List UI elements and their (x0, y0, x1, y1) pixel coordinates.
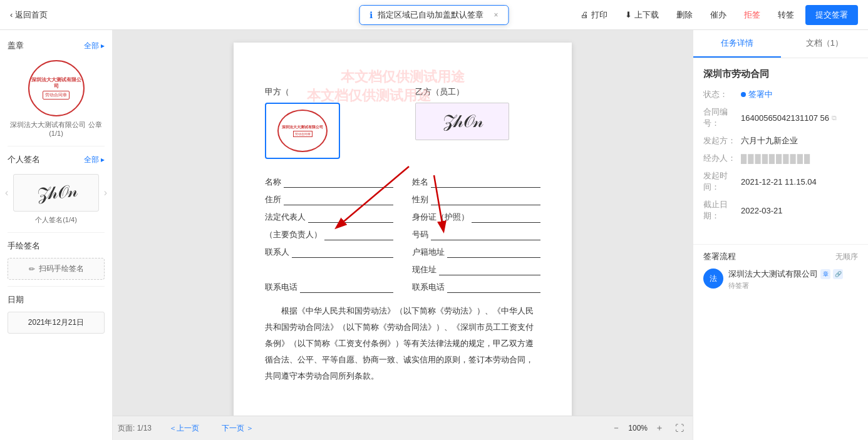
carousel-prev[interactable]: ‹ (3, 187, 11, 198)
field-contract-no: 合同编号： 16400565042131107 56 ⧉ (703, 106, 858, 129)
field-sender: 发起方： 六月十九新企业 (703, 135, 858, 146)
seal-inner-label: 劳动合同章 (293, 131, 313, 137)
print-icon: 🖨 (581, 10, 589, 19)
party-b-sig[interactable]: 𝒵𝒽𝒪𝓃 (415, 103, 509, 140)
sig-label: 个人签名(1/4) (0, 214, 112, 226)
field-row-7: 联系电话 联系电话 (265, 282, 540, 293)
back-button[interactable]: ‹ 返回首页 (10, 9, 48, 21)
personal-sig-section: ‹ 𝒵𝒽𝒪𝓃 › 个人签名(1/4) (0, 169, 112, 228)
download-icon: ⬇ (625, 10, 632, 19)
field-deadline: 截止日期： 2022-03-21 (703, 199, 858, 222)
tab-task[interactable]: 任务详情 (693, 30, 781, 58)
field-id-number: 号码 (412, 229, 540, 240)
delete-button[interactable]: 删除 (670, 6, 699, 24)
tab-doc[interactable]: 文档（1） (781, 30, 869, 58)
field-id: 身份证（护照） (412, 212, 540, 223)
sig-image[interactable]: 𝒵𝒽𝒪𝓃 (13, 174, 98, 212)
seal-text: 深圳法大大测试有限公司 (29, 77, 83, 90)
print-button[interactable]: 🖨 打印 (574, 6, 614, 24)
field-huji: 户籍地址 (412, 247, 540, 258)
scan-sign-button[interactable]: ✏ 扫码手绘签名 (8, 258, 105, 280)
field-row-1: 名称 姓名 (265, 177, 540, 188)
seal-inner: 深圳法大大测试有限公司 劳动合同章 (277, 110, 328, 152)
zoom-in-btn[interactable]: ＋ (651, 421, 668, 435)
seal-all-link[interactable]: 全部 ▸ (84, 41, 105, 51)
date-title: 日期 (8, 294, 24, 305)
seal-circle: 深圳法大大测试有限公司 劳动合同章 (28, 60, 85, 116)
seal-item[interactable]: 深圳法大大测试有限公司 劳动合同章 深圳法大大测试有限公司 公章(1/1) (0, 55, 112, 142)
doc-page: 本文档仅供测试用途 本文档仅供测试用途 甲方（ (234, 43, 572, 416)
carousel-next[interactable]: › (101, 187, 110, 198)
field-row-5: 联系人 户籍地址 (265, 247, 540, 258)
toolbar: ‹ 返回首页 ℹ 指定区域已自动加盖默认签章 × 🖨 打印 ⬇ 上下载 删除 催… (0, 0, 868, 30)
doc-scroll[interactable]: 本文档仅供测试用途 本文档仅供测试用途 甲方（ (113, 30, 693, 416)
back-label: 返回首页 (15, 9, 48, 21)
personal-sig-title: 个人签名 (8, 154, 40, 165)
field-row-3: 法定代表人 身份证（护照） (265, 212, 540, 223)
personal-sig-link[interactable]: 全部 ▸ (84, 155, 105, 165)
divider3 (8, 286, 105, 287)
right-panel: 任务详情 文档（1） 深圳市劳动合同 状态： 签署中 合同编号： 1640056… (693, 30, 868, 440)
seal-label: 劳动合同章 (43, 91, 70, 100)
doc-parties: 甲方（ 深圳法大大测试有限公司 劳动合同章 乙方（员工） 𝒵𝒽𝒪𝓃 (265, 86, 540, 164)
date-section: 2021年12月21日 (0, 309, 112, 340)
reject-button[interactable]: 拒签 (738, 6, 767, 24)
status-dot (741, 92, 746, 97)
fullscreen-btn[interactable]: ⛶ (671, 422, 688, 434)
party-b-scribble: 𝒵𝒽𝒪𝓃 (442, 111, 483, 132)
task-detail: 深圳市劳动合同 状态： 签署中 合同编号： 16400565042131107 … (693, 58, 868, 238)
doc-body: 根据《中华人民共和国劳动法》（以下简称《劳动法》）、《中华人民共和国劳动合同法》… (265, 303, 540, 384)
download-button[interactable]: ⬇ 上下载 (619, 6, 665, 24)
doc-footer: 页面: 1/13 ＜上一页 下一页 ＞ － 100% ＋ ⛶ (113, 416, 693, 440)
field-contact: 联系人 (265, 247, 393, 258)
sign-seal-icon[interactable]: 章 (820, 269, 830, 279)
sign-process-header: 签署流程 无顺序 (703, 251, 858, 262)
seal-section-title: 盖章 (8, 40, 24, 51)
sign-entry: 法 深圳法大大测试有限公司 章 🔗 待签署 (703, 269, 858, 290)
manager-value: ██████████ (741, 154, 811, 163)
sign-avatar: 法 (703, 269, 723, 289)
handwrite-title: 手绘签名 (8, 240, 40, 252)
next-page-btn[interactable]: 下一页 ＞ (217, 422, 259, 435)
contract-title: 深圳市劳动合同 (703, 68, 858, 80)
section-divider (693, 244, 868, 245)
copy-icon[interactable]: ⧉ (832, 114, 837, 122)
status-text: 签署中 (748, 89, 773, 100)
submit-button[interactable]: 提交签署 (805, 5, 858, 25)
field-manager: 经办人： ██████████ (703, 153, 858, 164)
divider1 (8, 146, 105, 146)
prev-page-btn[interactable]: ＜上一页 (164, 422, 204, 435)
sign-none: 无顺序 (835, 252, 858, 262)
party-b-label: 乙方（员工） (415, 86, 540, 98)
date-value[interactable]: 2021年12月21日 (8, 312, 105, 334)
deadline-value: 2022-03-21 (741, 199, 858, 222)
toast-banner: ℹ 指定区域已自动加盖默认签章 × (359, 5, 509, 25)
zoom-out-btn[interactable]: － (608, 421, 624, 435)
watermark1: 本文档仅供测试用途 (341, 68, 465, 86)
field-legal-rep: 法定代表人 (265, 212, 393, 223)
page-info: 页面: 1/13 (118, 423, 152, 434)
urge-button[interactable]: 催办 (704, 6, 733, 24)
party-b: 乙方（员工） 𝒵𝒽𝒪𝓃 (415, 86, 540, 164)
send-time-value: 2021-12-21 11.15.04 (741, 170, 858, 193)
field-name: 名称 (265, 177, 393, 188)
sign-info: 深圳法大大测试有限公司 章 🔗 待签署 (728, 269, 858, 290)
field-address: 住所 (265, 194, 393, 205)
field-row-6: 现住址 (265, 264, 540, 275)
field-row-2: 住所 性别 (265, 194, 540, 205)
party-a-seal[interactable]: 深圳法大大测试有限公司 劳动合同章 (265, 103, 340, 159)
field-phone-b: 联系电话 (412, 282, 540, 293)
field-current-addr: 现住址 (412, 264, 540, 275)
divider2 (8, 232, 105, 233)
field-status: 状态： 签署中 (703, 89, 858, 100)
toast-close-button[interactable]: × (493, 11, 498, 19)
field-phone-a: 联系电话 (265, 282, 393, 293)
transfer-button[interactable]: 转签 (772, 6, 800, 24)
party-a: 甲方（ 深圳法大大测试有限公司 劳动合同章 (265, 86, 390, 164)
personal-sig-header: 个人签名 全部 ▸ (0, 150, 112, 169)
left-panel: 盖章 全部 ▸ 深圳法大大测试有限公司 劳动合同章 深圳法大大测试有限公司 公章… (0, 30, 113, 440)
field-row-4: （主要负责人） 号码 (265, 229, 540, 240)
zoom-controls: － 100% ＋ ⛶ (608, 421, 688, 435)
handwrite-section: ✏ 扫码手绘签名 (0, 255, 112, 282)
sign-link-icon[interactable]: 🔗 (833, 269, 843, 279)
